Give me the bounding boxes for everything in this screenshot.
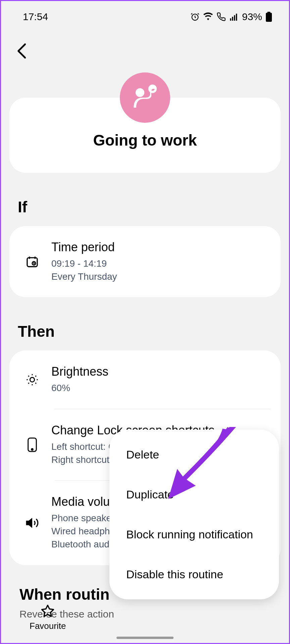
battery-icon: [265, 12, 272, 22]
svg-rect-5: [266, 13, 272, 22]
brightness-value: 60%: [51, 381, 267, 394]
back-button[interactable]: [1, 29, 289, 61]
brightness-icon: [26, 373, 39, 386]
then-header: Then: [18, 322, 289, 340]
svg-line-19: [35, 376, 36, 376]
alarm-icon: [190, 12, 200, 21]
menu-duplicate[interactable]: Duplicate: [109, 475, 279, 515]
svg-marker-23: [42, 605, 54, 616]
svg-point-11: [30, 377, 34, 382]
svg-line-18: [28, 383, 29, 383]
svg-line-15: [35, 383, 36, 383]
svg-rect-1: [230, 18, 231, 21]
battery-percent: 93%: [242, 11, 262, 22]
menu-block-notification[interactable]: Block running notification: [109, 515, 279, 554]
call-icon: [216, 12, 226, 21]
if-time-range: 09:19 - 14:19: [51, 257, 267, 270]
favourite-button[interactable]: Favourite: [30, 604, 66, 631]
calendar-clock-icon: [26, 255, 39, 268]
if-header: If: [18, 198, 289, 216]
bottom-bar: Favourite: [1, 604, 289, 631]
brightness-row[interactable]: Brightness 60%: [9, 351, 281, 409]
svg-point-21: [31, 448, 33, 450]
phone-icon: [26, 437, 39, 452]
routine-title: Going to work: [9, 131, 281, 149]
svg-rect-6: [268, 12, 271, 13]
wifi-icon: [203, 12, 213, 21]
svg-line-14: [28, 376, 29, 376]
if-repeat: Every Thursday: [51, 270, 267, 283]
if-card[interactable]: Time period 09:19 - 14:19 Every Thursday: [9, 226, 281, 297]
menu-delete[interactable]: Delete: [109, 435, 279, 475]
svg-rect-3: [234, 15, 235, 20]
back-icon: [16, 43, 30, 59]
context-menu: Delete Duplicate Block running notificat…: [109, 430, 279, 599]
volume-icon: [25, 516, 39, 530]
svg-rect-2: [232, 17, 233, 21]
status-icons: 93%: [190, 11, 272, 22]
routine-icon-circle: [120, 72, 170, 123]
routine-header: Going to work: [9, 98, 281, 173]
brightness-title: Brightness: [51, 365, 267, 379]
commute-icon: [130, 83, 160, 113]
status-bar: 17:54 93%: [1, 1, 289, 29]
star-icon: [41, 604, 55, 618]
svg-point-7: [136, 88, 144, 97]
status-time: 17:54: [23, 11, 48, 22]
signal-icon: [229, 12, 239, 21]
menu-disable-routine[interactable]: Disable this routine: [109, 554, 279, 594]
svg-rect-4: [236, 14, 237, 21]
svg-marker-22: [27, 519, 32, 527]
favourite-label: Favourite: [30, 621, 66, 631]
if-title: Time period: [51, 240, 267, 254]
home-indicator[interactable]: [116, 637, 174, 639]
